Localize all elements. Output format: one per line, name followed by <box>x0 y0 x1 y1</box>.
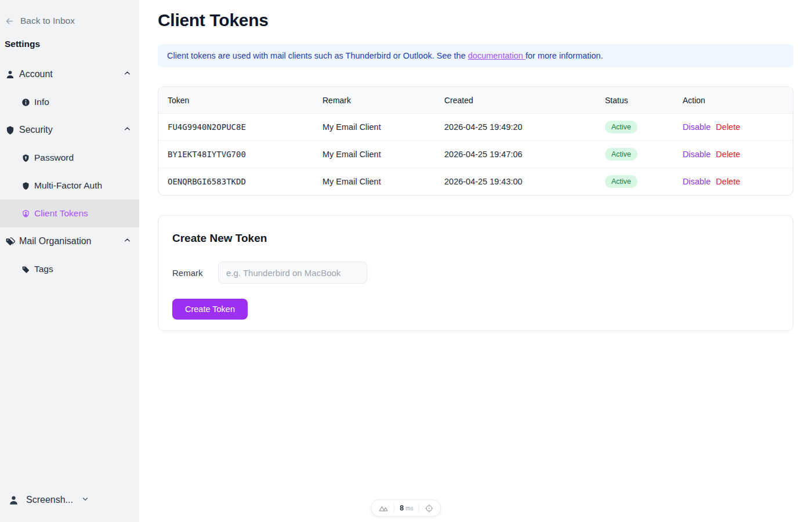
sidebar-item-account[interactable]: Account <box>0 60 139 88</box>
column-header-remark: Remark <box>313 87 435 114</box>
status-badge: Active <box>605 121 637 133</box>
latency-indicator: 8 ms <box>400 504 413 512</box>
token-remark: My Email Client <box>313 168 435 195</box>
user-name: Screensh... <box>26 495 73 505</box>
delete-token-link[interactable]: Delete <box>716 150 740 159</box>
sidebar-item-mail-organisation[interactable]: Mail Organisation <box>0 227 139 255</box>
settings-nav: Account Info Security Password <box>0 60 139 283</box>
disable-token-link[interactable]: Disable <box>683 122 710 132</box>
token-value: FU4G9940N2OPUC8E <box>158 114 313 141</box>
chevron-down-icon <box>81 495 89 505</box>
remark-input[interactable] <box>218 262 367 284</box>
table-row: BY1EKT48IYTVG700 My Email Client 2026-04… <box>158 141 793 168</box>
info-icon <box>21 98 30 107</box>
user-shield-icon <box>21 209 30 218</box>
column-header-token: Token <box>158 87 313 114</box>
create-token-title: Create New Token <box>172 232 779 245</box>
table-row: OENQRBGI6583TKDD My Email Client 2026-04… <box>158 168 793 195</box>
page-title: Client Tokens <box>158 10 793 30</box>
shield-lock-icon <box>21 154 30 162</box>
chevron-up-icon <box>123 125 132 136</box>
shield-icon <box>5 125 15 135</box>
token-remark: My Email Client <box>313 141 435 168</box>
disable-token-link[interactable]: Disable <box>683 150 710 159</box>
sidebar-item-password[interactable]: Password <box>0 144 139 172</box>
chevron-up-icon <box>123 236 132 247</box>
column-header-status: Status <box>596 87 673 114</box>
sidebar-item-label: Password <box>34 153 74 163</box>
chevron-up-icon <box>123 69 132 80</box>
divider <box>419 505 419 512</box>
create-token-card: Create New Token Remark Create Token <box>158 215 793 331</box>
back-to-inbox-link[interactable]: Back to Inbox <box>0 14 139 28</box>
sidebar-item-multi-factor-auth[interactable]: Multi-Factor Auth <box>0 172 139 200</box>
settings-heading: Settings <box>0 37 139 51</box>
create-token-button[interactable]: Create Token <box>172 299 248 320</box>
settings-sidebar: Back to Inbox Settings Account Info Secu… <box>0 0 139 522</box>
latency-value: 8 <box>400 504 404 512</box>
shield-icon <box>21 182 30 190</box>
sidebar-item-label: Client Tokens <box>34 208 88 219</box>
banner-text-after: for more information. <box>525 51 603 60</box>
token-remark: My Email Client <box>313 114 435 141</box>
table-header-row: Token Remark Created Status Action <box>158 87 793 114</box>
token-value: OENQRBGI6583TKDD <box>158 168 313 195</box>
documentation-link[interactable]: documentation <box>468 51 525 60</box>
devtools-toolbar[interactable]: 8 ms <box>371 499 441 517</box>
token-created: 2026-04-25 19:47:06 <box>435 141 596 168</box>
client-tokens-page: Client Tokens Client tokens are used wit… <box>139 0 812 331</box>
status-badge: Active <box>605 148 637 161</box>
tags-icon <box>5 237 15 246</box>
back-to-inbox-label: Back to Inbox <box>20 16 75 26</box>
user-menu[interactable]: Screensh... <box>0 491 139 509</box>
sidebar-item-label: Security <box>19 125 53 135</box>
user-icon <box>5 70 15 79</box>
banner-text-before: Client tokens are used with mail clients… <box>167 51 468 60</box>
column-header-action: Action <box>673 87 793 114</box>
sidebar-item-security[interactable]: Security <box>0 116 139 144</box>
status-badge: Active <box>605 175 637 188</box>
user-avatar-icon <box>8 495 19 506</box>
delete-token-link[interactable]: Delete <box>716 177 740 186</box>
inspect-target-icon[interactable] <box>425 503 434 513</box>
latency-unit: ms <box>405 505 413 512</box>
sidebar-item-tags[interactable]: Tags <box>0 255 139 283</box>
info-banner: Client tokens are used with mail clients… <box>158 44 793 67</box>
divider <box>394 505 394 512</box>
token-value: BY1EKT48IYTVG700 <box>158 141 313 168</box>
token-created: 2026-04-25 19:43:00 <box>435 168 596 195</box>
token-created: 2026-04-25 19:49:20 <box>435 114 596 141</box>
sidebar-item-info[interactable]: Info <box>0 88 139 116</box>
tokens-table-card: Token Remark Created Status Action FU4G9… <box>158 86 793 195</box>
sidebar-item-client-tokens[interactable]: Client Tokens <box>0 200 139 227</box>
sidebar-item-label: Mail Organisation <box>19 236 92 246</box>
sidebar-item-label: Account <box>19 69 53 79</box>
tokens-table: Token Remark Created Status Action FU4G9… <box>158 87 793 195</box>
remark-label: Remark <box>172 268 218 278</box>
nuxt-logo-icon[interactable] <box>378 503 389 514</box>
disable-token-link[interactable]: Disable <box>683 177 710 186</box>
sidebar-item-label: Info <box>34 97 49 107</box>
sidebar-item-label: Multi-Factor Auth <box>34 180 102 191</box>
delete-token-link[interactable]: Delete <box>716 122 740 132</box>
table-row: FU4G9940N2OPUC8E My Email Client 2026-04… <box>158 114 793 141</box>
sidebar-item-label: Tags <box>34 264 53 274</box>
tag-icon <box>21 265 30 274</box>
column-header-created: Created <box>435 87 596 114</box>
arrow-left-icon <box>5 16 14 26</box>
